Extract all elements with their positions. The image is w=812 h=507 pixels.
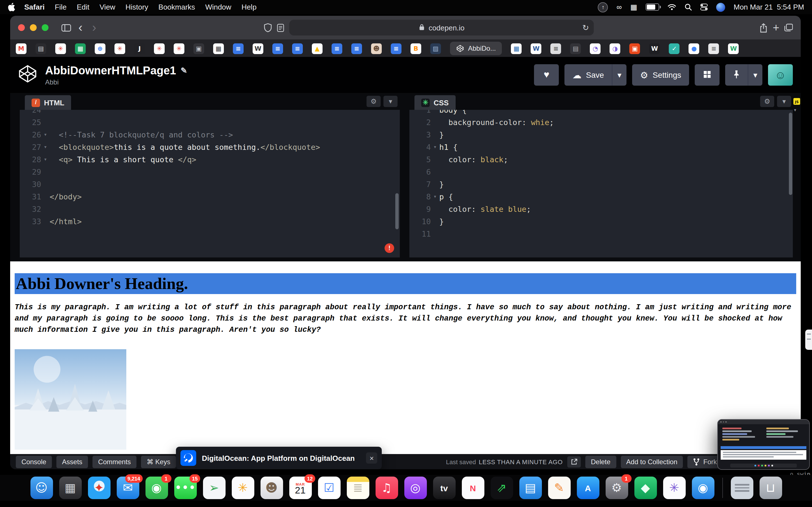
reminders-dock-icon[interactable]: ☑: [318, 476, 340, 499]
html-collapse-chevron-icon[interactable]: ▾: [384, 96, 398, 107]
codepen-logo-icon[interactable]: [18, 64, 37, 86]
favorite-tab-icon[interactable]: ▤: [36, 43, 46, 54]
favorite-tab-icon[interactable]: W: [728, 43, 739, 54]
favorite-tab-icon[interactable]: ▣: [193, 43, 204, 54]
js-collapsed-pane[interactable]: JS ▾: [793, 93, 801, 258]
keynote-dock-icon[interactable]: ▤: [519, 476, 542, 499]
delete-button[interactable]: Delete: [585, 456, 616, 468]
apple-menu-icon[interactable]: [8, 3, 15, 11]
toast-close-icon[interactable]: ×: [366, 452, 377, 464]
user-avatar-icon[interactable]: [716, 3, 725, 11]
pinwheel-app-dock-icon[interactable]: ✳: [663, 476, 686, 499]
html-error-badge[interactable]: !: [385, 243, 394, 253]
battery-icon[interactable]: [646, 3, 659, 11]
favorite-tab-icon[interactable]: ▦: [75, 43, 86, 54]
keyboard-icon[interactable]: ▦: [630, 3, 637, 11]
maps-dock-icon[interactable]: ➢: [203, 476, 225, 499]
green-diamond-app-dock-icon[interactable]: ◆: [634, 476, 657, 499]
css-collapse-chevron-icon[interactable]: ▾: [777, 96, 791, 107]
minimized-window-dock-icon[interactable]: [730, 476, 753, 499]
favorite-tab-icon[interactable]: ≡: [391, 43, 402, 54]
podcasts-dock-icon[interactable]: ◎: [404, 476, 426, 499]
window-zoom-button[interactable]: [42, 24, 49, 31]
tab-html[interactable]: / HTML: [25, 95, 71, 110]
reader-icon[interactable]: [277, 23, 285, 32]
favorite-tab-icon[interactable]: ◑: [610, 43, 620, 54]
favorite-tab-icon[interactable]: ✳: [174, 43, 185, 54]
favorite-tab-icon[interactable]: J: [134, 43, 145, 54]
html-settings-gear-icon[interactable]: ⚙: [366, 96, 380, 107]
settings-button[interactable]: ⚙ Settings: [632, 64, 689, 86]
wifi-icon[interactable]: [668, 4, 676, 10]
privacy-shield-icon[interactable]: [264, 23, 272, 32]
favorite-tab-icon[interactable]: W: [649, 43, 660, 54]
favorite-tab-icon[interactable]: ≡: [351, 43, 362, 54]
share-icon[interactable]: [760, 23, 768, 33]
photos-dock-icon[interactable]: ✳: [232, 476, 254, 499]
edit-title-icon[interactable]: ✎: [181, 66, 187, 75]
pin-dropdown-button[interactable]: ▾: [748, 64, 762, 86]
favorite-tab-icon[interactable]: ≡: [272, 43, 283, 54]
favorite-tab-icon[interactable]: ▦: [213, 43, 224, 54]
menu-file[interactable]: File: [55, 3, 66, 11]
favorite-tab-icon[interactable]: ✳: [154, 43, 165, 54]
menu-window[interactable]: Window: [205, 3, 232, 11]
menu-help[interactable]: Help: [241, 3, 257, 11]
contacts-dock-icon[interactable]: ☻: [260, 476, 283, 499]
css-settings-gear-icon[interactable]: ⚙: [760, 96, 774, 107]
address-bar[interactable]: codepen.io ↻: [290, 20, 594, 36]
sidebar-toggle-icon[interactable]: [61, 24, 71, 31]
favorite-tab-icon[interactable]: W: [531, 43, 542, 54]
back-button[interactable]: ‹: [76, 21, 85, 34]
open-in-new-window-icon[interactable]: [567, 456, 581, 467]
launchpad-dock-icon[interactable]: ▦: [59, 476, 82, 499]
favorite-tab-icon[interactable]: M: [16, 43, 27, 54]
camera-app-dock-icon[interactable]: ◉: [692, 476, 714, 499]
assets-button[interactable]: Assets: [56, 456, 88, 468]
menu-edit[interactable]: Edit: [77, 3, 89, 11]
save-button[interactable]: ☁ Save: [564, 64, 612, 86]
pages-dock-icon[interactable]: ✎: [548, 476, 570, 499]
news-dock-icon[interactable]: N: [462, 476, 484, 499]
safari-dock-icon[interactable]: ✦: [88, 476, 110, 499]
favorite-tab-icon[interactable]: ✳: [114, 43, 125, 54]
menu-safari[interactable]: Safari: [24, 3, 45, 11]
favorite-tab-icon[interactable]: ▤: [570, 43, 581, 54]
html-code-area[interactable]: 242526▾ <!--Task 7 blockquote/q and colo…: [20, 110, 400, 258]
css-scrollbar[interactable]: [789, 113, 792, 195]
add-to-collection-button[interactable]: Add to Collection: [620, 456, 683, 468]
favorite-tab-icon[interactable]: ▲: [312, 43, 322, 54]
window-close-button[interactable]: [18, 24, 25, 31]
save-dropdown-button[interactable]: ▾: [612, 64, 626, 86]
finder-dock-icon[interactable]: ☺: [30, 476, 53, 499]
music-dock-icon[interactable]: ♫: [375, 476, 398, 499]
mail-dock-icon[interactable]: ✉9,214: [116, 476, 139, 499]
calendar-dock-icon[interactable]: MAR2112: [289, 476, 312, 499]
js-expand-chevron-icon[interactable]: ▾: [794, 108, 796, 113]
facetime-dock-icon[interactable]: ◉1: [145, 476, 168, 499]
favorite-tab-icon[interactable]: ≡: [233, 43, 244, 54]
system-settings-dock-icon[interactable]: ⚙1: [605, 476, 628, 499]
window-minimize-button[interactable]: [30, 24, 37, 31]
keys-button[interactable]: ⌘ Keys: [141, 456, 176, 468]
favorite-tab-icon[interactable]: ≡: [709, 43, 719, 54]
forward-button[interactable]: ›: [90, 21, 99, 34]
tv-dock-icon[interactable]: tv: [433, 476, 455, 499]
favorite-tab-icon[interactable]: ▨: [430, 43, 441, 54]
favorite-tab-icon[interactable]: B: [410, 43, 421, 54]
search-icon[interactable]: [684, 3, 692, 11]
favorite-tab-icon[interactable]: ▦: [511, 43, 522, 54]
picture-in-picture-window[interactable]: [717, 419, 810, 470]
trash-dock-icon[interactable]: ⊔: [759, 476, 782, 499]
favorite-tab-icon[interactable]: ●: [689, 43, 700, 54]
favorite-tab-icon[interactable]: W: [253, 43, 263, 54]
pin-button[interactable]: [725, 64, 748, 86]
tab-css[interactable]: ✳ CSS: [414, 95, 455, 110]
favorite-tab-icon[interactable]: ☻: [371, 43, 382, 54]
active-tab[interactable]: AbbiDo...: [450, 42, 502, 55]
css-code-area[interactable]: 1body {2 background-color: whie;3}4▾h1 {…: [409, 110, 794, 258]
favorite-tab-icon[interactable]: ✳: [55, 43, 66, 54]
favorite-tab-icon[interactable]: ⊕: [95, 43, 105, 54]
menu-history[interactable]: History: [125, 3, 148, 11]
favorite-tab-icon[interactable]: ≡: [551, 43, 561, 54]
